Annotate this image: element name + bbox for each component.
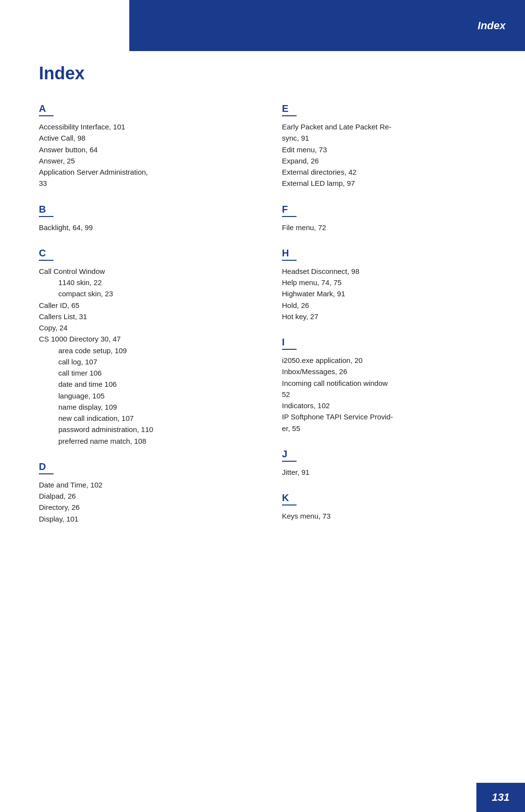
list-item: Copy, 24 [39, 322, 253, 333]
section-j-entries: Jitter, 91 [282, 467, 496, 478]
section-e-entries: Early Packet and Late Packet Re- sync, 9… [282, 121, 496, 189]
list-item: er, 55 [282, 423, 496, 434]
list-item: Keys menu, 73 [282, 510, 496, 522]
list-item: External directories, 42 [282, 166, 496, 178]
list-item: Answer button, 64 [39, 144, 253, 155]
list-item: Incoming call notification window [282, 378, 496, 389]
list-item: name display, 109 [39, 401, 253, 413]
section-letter-j: J [282, 449, 297, 462]
list-item: language, 105 [39, 390, 253, 401]
header-bar: Index [129, 0, 525, 51]
section-f: F File menu, 72 [282, 204, 496, 233]
section-c-entries: Call Control Window 1140 skin, 22 compac… [39, 266, 253, 447]
list-item: Indicators, 102 [282, 400, 496, 411]
list-item: CS 1000 Directory 30, 47 [39, 333, 253, 344]
page-number-box: 131 [476, 783, 525, 812]
list-item: Callers List, 31 [39, 311, 253, 322]
page-number: 131 [492, 791, 510, 804]
list-item: Active Call, 98 [39, 132, 253, 144]
list-item: Highwater Mark, 91 [282, 288, 496, 299]
list-item: File menu, 72 [282, 222, 496, 233]
section-a: A Accessibility Interface, 101 Active Ca… [39, 103, 253, 189]
list-item: i2050.exe application, 20 [282, 355, 496, 366]
list-item: Directory, 26 [39, 502, 253, 513]
main-content: Index A Accessibility Interface, 101 Act… [39, 63, 496, 773]
list-item: 33 [39, 178, 253, 189]
section-letter-k: K [282, 492, 297, 505]
page-heading: Index [39, 63, 496, 84]
section-d: D Date and Time, 102 Dialpad, 26 Directo… [39, 461, 253, 524]
list-item: area code setup, 109 [39, 345, 253, 356]
section-k-entries: Keys menu, 73 [282, 510, 496, 522]
section-letter-c: C [39, 248, 53, 261]
header-title: Index [478, 19, 506, 32]
list-item: 1140 skin, 22 [39, 277, 253, 288]
list-item: Jitter, 91 [282, 467, 496, 478]
list-item: Hold, 26 [282, 300, 496, 311]
list-item: Headset Disconnect, 98 [282, 266, 496, 277]
list-item: Date and Time, 102 [39, 479, 253, 490]
section-letter-e: E [282, 103, 297, 116]
list-item: password administration, 110 [39, 424, 253, 435]
section-f-entries: File menu, 72 [282, 222, 496, 233]
section-letter-b: B [39, 204, 53, 217]
section-c: C Call Control Window 1140 skin, 22 comp… [39, 248, 253, 447]
left-column: A Accessibility Interface, 101 Active Ca… [39, 103, 253, 539]
section-letter-a: A [39, 103, 53, 116]
list-item: Caller ID, 65 [39, 300, 253, 311]
list-item: compact skin, 23 [39, 288, 253, 299]
list-item: Call Control Window [39, 266, 253, 277]
list-item: Accessibility Interface, 101 [39, 121, 253, 132]
section-b: B Backlight, 64, 99 [39, 204, 253, 233]
list-item: call timer 106 [39, 367, 253, 379]
list-item: call log, 107 [39, 356, 253, 367]
section-k: K Keys menu, 73 [282, 492, 496, 522]
section-j: J Jitter, 91 [282, 449, 496, 478]
index-columns: A Accessibility Interface, 101 Active Ca… [39, 103, 496, 539]
right-column: E Early Packet and Late Packet Re- sync,… [282, 103, 496, 539]
section-letter-d: D [39, 461, 53, 474]
section-h: H Headset Disconnect, 98 Help menu, 74, … [282, 248, 496, 322]
list-item: preferred name match, 108 [39, 435, 253, 447]
list-item: Early Packet and Late Packet Re- [282, 121, 496, 132]
section-d-entries: Date and Time, 102 Dialpad, 26 Directory… [39, 479, 253, 524]
section-h-entries: Headset Disconnect, 98 Help menu, 74, 75… [282, 266, 496, 322]
list-item: 52 [282, 389, 496, 400]
section-i: I i2050.exe application, 20 Inbox/Messag… [282, 337, 496, 434]
list-item: Help menu, 74, 75 [282, 277, 496, 288]
list-item: Display, 101 [39, 513, 253, 524]
section-b-entries: Backlight, 64, 99 [39, 222, 253, 233]
section-a-entries: Accessibility Interface, 101 Active Call… [39, 121, 253, 189]
list-item: External LED lamp, 97 [282, 178, 496, 189]
list-item: Dialpad, 26 [39, 490, 253, 502]
list-item: Backlight, 64, 99 [39, 222, 253, 233]
section-letter-f: F [282, 204, 297, 217]
list-item: Hot key, 27 [282, 311, 496, 322]
section-e: E Early Packet and Late Packet Re- sync,… [282, 103, 496, 189]
list-item: new call indication, 107 [39, 413, 253, 424]
list-item: Inbox/Messages, 26 [282, 366, 496, 377]
list-item: sync, 91 [282, 132, 496, 144]
section-i-entries: i2050.exe application, 20 Inbox/Messages… [282, 355, 496, 434]
list-item: Edit menu, 73 [282, 144, 496, 155]
section-letter-i: I [282, 337, 297, 350]
section-letter-h: H [282, 248, 297, 261]
list-item: Expand, 26 [282, 155, 496, 166]
list-item: Application Server Administration, [39, 166, 253, 178]
list-item: date and time 106 [39, 379, 253, 390]
list-item: Answer, 25 [39, 155, 253, 166]
list-item: IP Softphone TAPI Service Provid- [282, 411, 496, 422]
